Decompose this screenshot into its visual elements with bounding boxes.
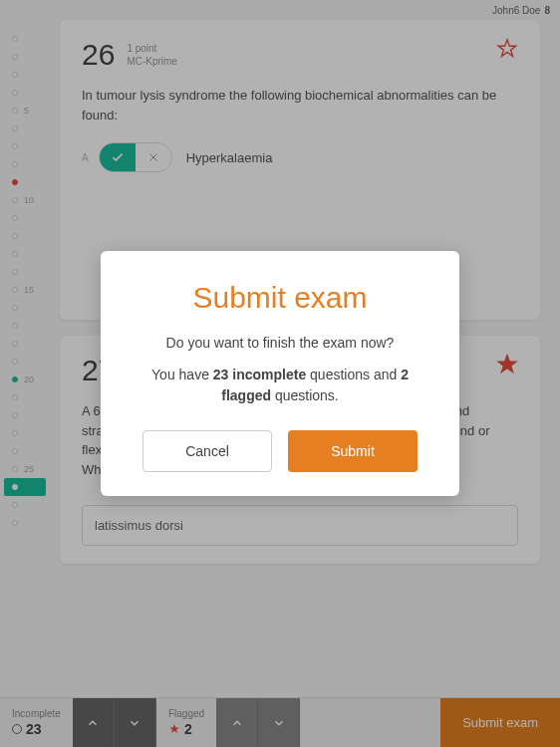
- modal-summary: You have 23 incomplete questions and 2 f…: [129, 365, 431, 406]
- submit-button[interactable]: Submit: [288, 430, 418, 472]
- submit-modal: Submit exam Do you want to finish the ex…: [101, 251, 459, 496]
- modal-overlay: Submit exam Do you want to finish the ex…: [0, 0, 560, 747]
- modal-prompt: Do you want to finish the exam now?: [129, 335, 431, 351]
- modal-actions: Cancel Submit: [129, 430, 431, 472]
- cancel-button[interactable]: Cancel: [142, 430, 272, 472]
- modal-title: Submit exam: [129, 281, 431, 315]
